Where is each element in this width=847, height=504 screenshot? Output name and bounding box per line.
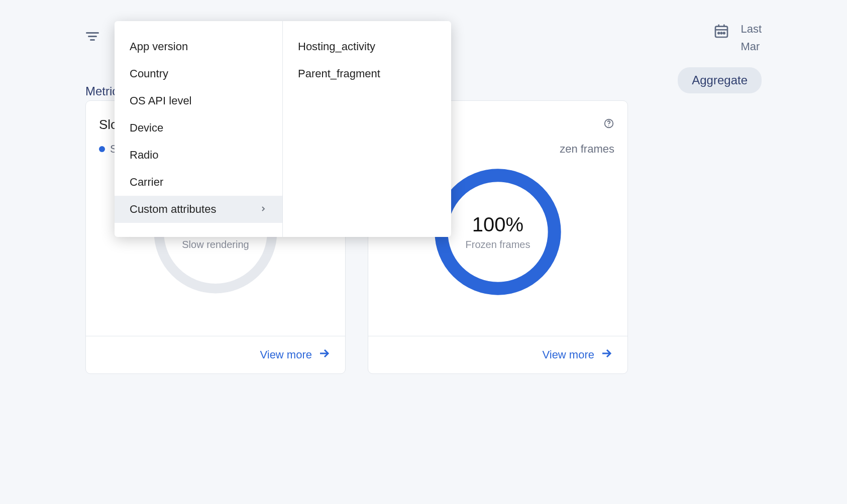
legend-dot-icon bbox=[99, 146, 105, 152]
dropdown-item-country[interactable]: Country bbox=[115, 60, 282, 87]
dropdown-item-label: Custom attributes bbox=[130, 203, 216, 216]
dropdown-item-parent-fragment[interactable]: Parent_fragment bbox=[283, 60, 451, 87]
topbar-right: Last Mar Aggregate bbox=[678, 20, 762, 93]
view-more-link[interactable]: View more bbox=[260, 347, 330, 362]
card-footer: View more bbox=[86, 336, 345, 373]
filter-dropdown-right-column: Hosting_activity Parent_fragment bbox=[283, 21, 451, 237]
gauge-center: 100% Frozen frames bbox=[433, 167, 563, 297]
dropdown-item-hosting-activity[interactable]: Hosting_activity bbox=[283, 33, 451, 60]
dropdown-item-device[interactable]: Device bbox=[115, 114, 282, 142]
chevron-right-icon bbox=[259, 203, 267, 216]
filter-dropdown-panel: App version Country OS API level Device … bbox=[115, 21, 451, 237]
dropdown-item-custom-attributes[interactable]: Custom attributes bbox=[115, 196, 282, 223]
dropdown-item-os-api-level[interactable]: OS API level bbox=[115, 87, 282, 114]
arrow-right-icon bbox=[600, 347, 612, 362]
arrow-right-icon bbox=[318, 347, 330, 362]
date-range-picker[interactable]: Last Mar bbox=[713, 20, 762, 55]
aggregate-toggle[interactable]: Aggregate bbox=[678, 67, 762, 93]
svg-point-4 bbox=[718, 33, 720, 34]
date-range-text: Last Mar bbox=[740, 20, 762, 55]
dropdown-item-app-version[interactable]: App version bbox=[115, 33, 282, 60]
dropdown-item-carrier[interactable]: Carrier bbox=[115, 169, 282, 196]
dropdown-item-radio[interactable]: Radio bbox=[115, 142, 282, 169]
gauge-frozen-frames: 100% Frozen frames bbox=[433, 167, 563, 297]
date-line-2: Mar bbox=[740, 38, 762, 55]
svg-point-5 bbox=[721, 33, 722, 34]
filter-icon[interactable] bbox=[85, 29, 99, 43]
filter-dropdown-left-column: App version Country OS API level Device … bbox=[115, 21, 283, 237]
gauge-sublabel: Frozen frames bbox=[466, 239, 531, 250]
date-line-1: Last bbox=[740, 20, 762, 38]
help-icon[interactable] bbox=[603, 117, 614, 133]
view-more-label: View more bbox=[260, 348, 312, 361]
svg-point-11 bbox=[608, 125, 609, 127]
view-more-link[interactable]: View more bbox=[542, 347, 612, 362]
gauge-sublabel: Slow rendering bbox=[182, 239, 249, 250]
card-footer: View more bbox=[368, 336, 627, 373]
topbar: App version Country OS API level Device … bbox=[85, 20, 762, 75]
svg-point-6 bbox=[723, 33, 725, 34]
view-more-label: View more bbox=[542, 348, 594, 361]
calendar-icon bbox=[713, 23, 729, 41]
legend-label: zen frames bbox=[560, 143, 614, 156]
page-root: App version Country OS API level Device … bbox=[0, 0, 847, 374]
gauge-value: 100% bbox=[472, 213, 523, 236]
